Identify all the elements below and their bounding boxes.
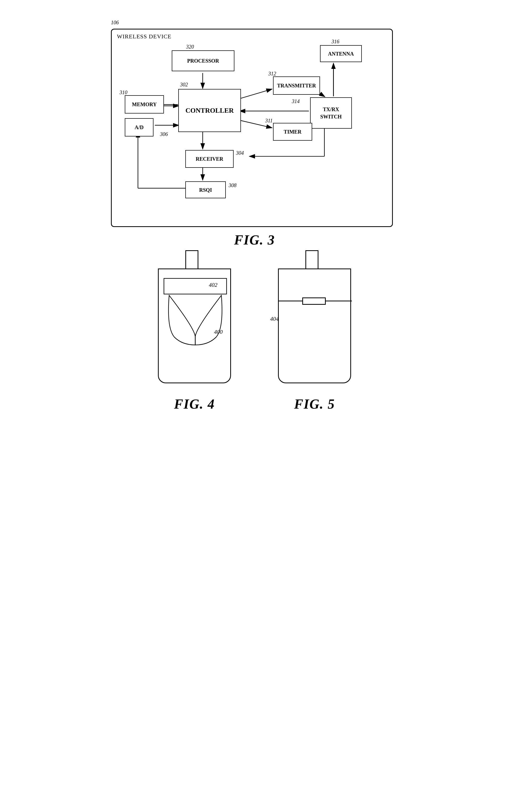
ref-308: 308 xyxy=(229,182,236,188)
ref-304: 304 xyxy=(236,150,244,156)
timer-block: TIMER xyxy=(273,123,312,141)
fig5-phone: 404 xyxy=(278,269,351,389)
wireless-device-label: WIRELESS DEVICE xyxy=(117,33,171,40)
fig4-title: FIG. 4 xyxy=(174,396,215,412)
ad-block: A/D xyxy=(125,118,154,137)
ref-106: 106 xyxy=(111,20,119,26)
ref-320: 320 xyxy=(186,44,194,50)
fig4-phone: 402 400 xyxy=(158,269,231,389)
receiver-block: RECEIVER xyxy=(185,150,234,168)
phone-body-fig5 xyxy=(278,269,351,383)
fig5-item: 404 FIG. 5 xyxy=(278,269,351,412)
svg-line-3 xyxy=(239,89,272,99)
phone-body-fig4 xyxy=(158,269,231,383)
small-rect-fig5 xyxy=(302,297,326,305)
processor-block: PROCESSOR xyxy=(172,50,234,71)
ref-314: 314 xyxy=(292,98,300,104)
ref-316: 316 xyxy=(332,39,339,45)
fig4-item: 402 400 FIG. 4 xyxy=(158,269,231,412)
ref-402: 402 xyxy=(209,282,217,288)
rsqi-block: RSQI xyxy=(185,181,226,198)
wireless-device-box: WIRELESS DEVICE xyxy=(111,29,393,227)
transmitter-block: TRANSMITTER xyxy=(273,76,320,95)
txrx-block: TX/RXSWITCH xyxy=(310,97,352,129)
antenna-block: ANTENNA xyxy=(320,45,362,62)
memory-block: MEMORY xyxy=(125,95,164,113)
ref-311: 311 xyxy=(265,118,273,124)
ref-400: 400 xyxy=(214,328,223,335)
antenna-fig5 xyxy=(305,250,318,271)
antenna-fig4 xyxy=(185,250,198,271)
ref-310: 310 xyxy=(120,90,127,96)
fig5-title: FIG. 5 xyxy=(294,396,335,412)
ref-404: 404 xyxy=(270,315,279,322)
page: 106 WIRELESS DEVICE xyxy=(0,0,509,812)
ref-306: 306 xyxy=(160,131,168,137)
controller-block: CONTROLLER xyxy=(178,89,241,132)
fig3-diagram: 106 WIRELESS DEVICE xyxy=(111,21,398,248)
fig3-title: FIG. 3 xyxy=(111,232,398,248)
fig45-row: 402 400 FIG. 4 404 FIG. 5 xyxy=(72,269,437,412)
ref-312: 312 xyxy=(268,71,276,77)
ref-302: 302 xyxy=(180,82,188,88)
phone-screen-svg xyxy=(161,277,229,350)
